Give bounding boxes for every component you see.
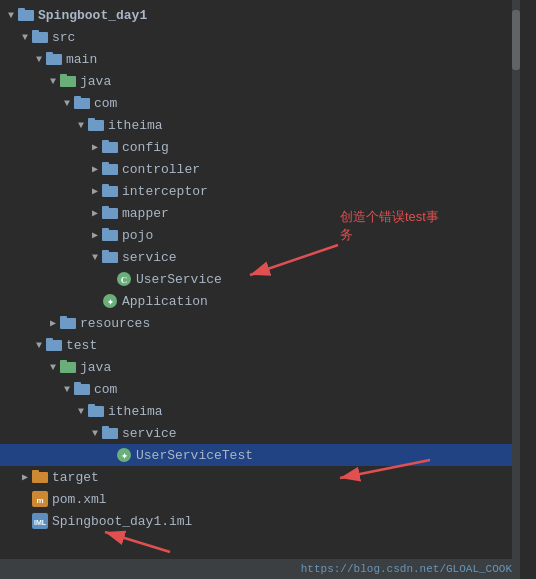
- svg-text:IML: IML: [34, 519, 47, 526]
- item-label: itheima: [108, 404, 163, 419]
- tree-item-main[interactable]: main: [0, 48, 520, 70]
- svg-rect-23: [102, 250, 109, 254]
- svg-rect-5: [46, 52, 53, 56]
- tree-item-config[interactable]: config: [0, 136, 520, 158]
- item-label: java: [80, 360, 111, 375]
- svg-text:C: C: [121, 275, 128, 285]
- expand-arrow[interactable]: [18, 471, 32, 483]
- tree-item-com-test[interactable]: com: [0, 378, 520, 400]
- expand-arrow[interactable]: [46, 76, 60, 87]
- expand-arrow[interactable]: [88, 252, 102, 263]
- tree-item-test[interactable]: test: [0, 334, 520, 356]
- svg-rect-35: [74, 382, 81, 386]
- item-label: Spingboot_day1.iml: [52, 514, 192, 529]
- tree-item-application[interactable]: ✦ Application: [0, 290, 520, 312]
- scrollbar[interactable]: [512, 0, 520, 579]
- tree-item-java-main[interactable]: java: [0, 70, 520, 92]
- folder-icon: [102, 139, 118, 155]
- svg-text:✦: ✦: [121, 452, 128, 461]
- folder-icon: [46, 51, 62, 67]
- tree-item-itheima-test[interactable]: itheima: [0, 400, 520, 422]
- folder-icon: [102, 425, 118, 441]
- svg-rect-29: [60, 316, 67, 320]
- tree-item-controller[interactable]: controller: [0, 158, 520, 180]
- item-label: controller: [122, 162, 200, 177]
- tree-item-spingboot-day1[interactable]: Spingboot_day1: [0, 4, 520, 26]
- bottom-url: https://blog.csdn.net/GLOAL_COOK: [301, 563, 512, 575]
- tree-item-userservicetest[interactable]: ✦ UserServiceTest: [0, 444, 520, 466]
- expand-arrow[interactable]: [60, 98, 74, 109]
- tree-item-com[interactable]: com: [0, 92, 520, 114]
- item-label: pojo: [122, 228, 153, 243]
- expand-arrow[interactable]: [74, 406, 88, 417]
- spring-icon: ✦: [102, 293, 118, 309]
- folder-icon: [46, 337, 62, 353]
- item-label: config: [122, 140, 169, 155]
- tree-item-java-test[interactable]: java: [0, 356, 520, 378]
- expand-arrow[interactable]: [4, 10, 18, 21]
- svg-rect-17: [102, 184, 109, 188]
- svg-rect-9: [74, 96, 81, 100]
- expand-arrow[interactable]: [60, 384, 74, 395]
- expand-arrow[interactable]: [46, 317, 60, 329]
- svg-text:m: m: [36, 496, 43, 505]
- expand-arrow[interactable]: [32, 54, 46, 65]
- svg-rect-43: [32, 470, 39, 474]
- xml-icon: m: [32, 491, 48, 507]
- expand-arrow[interactable]: [74, 120, 88, 131]
- item-label: com: [94, 96, 117, 111]
- item-label: pom.xml: [52, 492, 107, 507]
- expand-arrow[interactable]: [88, 428, 102, 439]
- bottom-bar: https://blog.csdn.net/GLOAL_COOK: [0, 559, 520, 579]
- expand-arrow[interactable]: [88, 141, 102, 153]
- expand-arrow[interactable]: [88, 163, 102, 175]
- expand-arrow[interactable]: [88, 207, 102, 219]
- tree-item-mapper[interactable]: mapper: [0, 202, 520, 224]
- item-label: com: [94, 382, 117, 397]
- svg-rect-7: [60, 74, 67, 78]
- svg-rect-31: [46, 338, 53, 342]
- folder-icon: [32, 29, 48, 45]
- expand-arrow[interactable]: [88, 185, 102, 197]
- item-label: service: [122, 426, 177, 441]
- class-icon: C: [116, 271, 132, 287]
- folder-icon: [102, 227, 118, 243]
- tree-item-service[interactable]: service: [0, 246, 520, 268]
- scrollbar-thumb[interactable]: [512, 10, 520, 70]
- tree-item-itheima[interactable]: itheima: [0, 114, 520, 136]
- folder-icon: [88, 403, 104, 419]
- folder-icon: [102, 249, 118, 265]
- spring-test-icon: ✦: [116, 447, 132, 463]
- tree-item-userservice[interactable]: C UserService: [0, 268, 520, 290]
- svg-text:✦: ✦: [107, 298, 114, 307]
- svg-rect-15: [102, 162, 109, 166]
- tree-item-src[interactable]: src: [0, 26, 520, 48]
- folder-icon: [74, 381, 90, 397]
- tree-item-target[interactable]: target: [0, 466, 520, 488]
- folder-icon: [102, 161, 118, 177]
- project-tree: Spingboot_day1 src main java com: [0, 0, 520, 579]
- item-label: main: [66, 52, 97, 67]
- expand-arrow[interactable]: [18, 32, 32, 43]
- folder-java-icon: [60, 359, 76, 375]
- expand-arrow[interactable]: [32, 340, 46, 351]
- tree-item-interceptor[interactable]: interceptor: [0, 180, 520, 202]
- item-label: mapper: [122, 206, 169, 221]
- svg-rect-37: [88, 404, 95, 408]
- folder-icon: [74, 95, 90, 111]
- svg-rect-3: [32, 30, 39, 34]
- item-label: java: [80, 74, 111, 89]
- folder-icon: [18, 7, 34, 23]
- svg-rect-11: [88, 118, 95, 122]
- tree-item-pomxml[interactable]: m pom.xml: [0, 488, 520, 510]
- tree-item-service-test[interactable]: service: [0, 422, 520, 444]
- folder-icon: [102, 205, 118, 221]
- folder-icon: [60, 315, 76, 331]
- expand-arrow[interactable]: [46, 362, 60, 373]
- tree-item-iml[interactable]: IML Spingboot_day1.iml: [0, 510, 520, 532]
- tree-item-resources[interactable]: resources: [0, 312, 520, 334]
- folder-icon: [88, 117, 104, 133]
- expand-arrow[interactable]: [88, 229, 102, 241]
- tree-item-pojo[interactable]: pojo: [0, 224, 520, 246]
- item-label: Application: [122, 294, 208, 309]
